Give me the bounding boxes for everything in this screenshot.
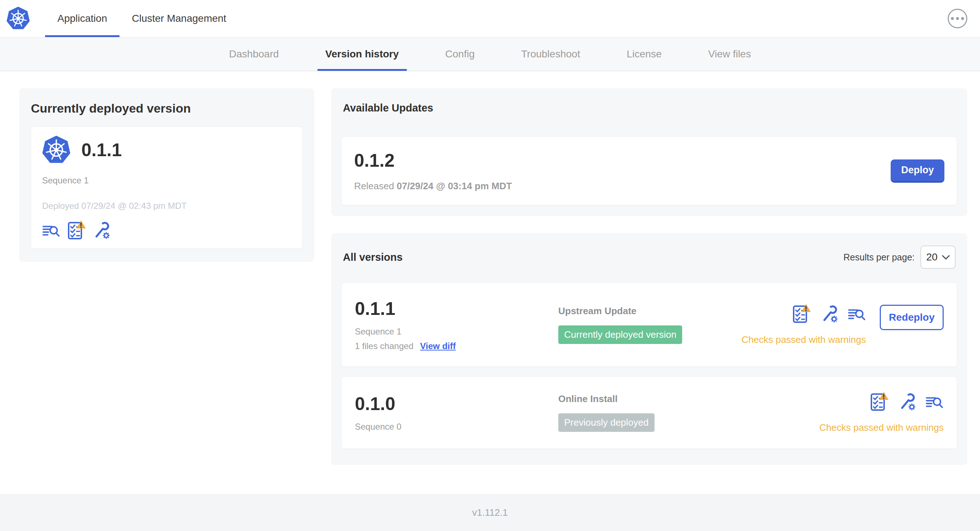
preflight-checks-button[interactable] [792,304,811,324]
results-per-page-label: Results per page: [843,252,915,262]
config-icon [820,304,838,323]
available-updates-card: Available Updates 0.1.2 Released 07/29/2… [331,88,967,216]
diff-icon [926,396,944,411]
current-version-number: 0.1.1 [81,140,122,161]
view-deploy-logs-button[interactable] [42,224,60,240]
chevron-down-icon [942,255,950,260]
redeploy-button[interactable]: Redeploy [880,305,944,330]
preflight-checks-warning-icon [870,392,888,411]
deployment-status-badge: Currently deployed version [558,326,682,344]
tab-cluster-management[interactable]: Cluster Management [119,0,239,37]
preflight-checks-button[interactable] [67,221,86,240]
diff-icon [42,224,60,239]
results-per-page-select[interactable]: 20 [920,245,956,269]
available-updates-title: Available Updates [343,102,957,114]
deploy-button[interactable]: Deploy [891,159,944,183]
tab-application[interactable]: Application [45,0,119,37]
row-source-label: Online Install [558,393,819,405]
app-page: Application Cluster Management Dashboard… [0,0,980,531]
tab-license[interactable]: License [619,37,670,71]
all-versions-title: All versions [343,251,402,263]
diff-icon [848,308,866,323]
tab-config[interactable]: Config [438,37,483,71]
more-options-button[interactable] [948,9,967,28]
row-version-number: 0.1.0 [355,393,558,414]
tab-version-history[interactable]: Version history [317,37,407,71]
versions-column: Available Updates 0.1.2 Released 07/29/2… [331,88,967,465]
main-content: Currently deployed version [0,71,980,494]
row-version-number: 0.1.1 [355,298,558,319]
app-subnav: Dashboard Version history Config Trouble… [0,37,980,71]
ellipsis-icon [951,17,954,20]
row-source-label: Upstream Update [558,305,742,317]
edit-config-button[interactable] [820,304,838,324]
checks-status-text: Checks passed with warnings [819,422,944,433]
currently-deployed-card: Currently deployed version [19,88,314,262]
view-deploy-logs-button[interactable] [848,308,866,324]
view-diff-link[interactable]: View diff [420,341,455,351]
preflight-checks-warning-icon [67,221,86,239]
checks-status-text: Checks passed with warnings [742,334,866,345]
row-sequence: Sequence 0 [355,422,558,432]
app-footer: v1.112.1 [0,494,980,531]
current-version-sequence: Sequence 1 [42,175,291,186]
row-sequence: Sequence 1 [355,326,558,337]
currently-deployed-title: Currently deployed version [31,101,302,116]
top-tabs: Application Cluster Management [45,0,239,37]
tab-dashboard[interactable]: Dashboard [221,37,287,71]
current-version-deployed-date: Deployed 07/29/24 @ 02:43 pm MDT [42,201,291,211]
kubernetes-logo [6,0,30,37]
kubernetes-logo-icon [6,6,30,30]
console-version: v1.112.1 [472,507,508,518]
update-version-number: 0.1.2 [354,150,891,171]
edit-config-button[interactable] [92,221,110,240]
current-version-column: Currently deployed version [19,88,314,262]
app-icon [42,135,70,165]
update-released-date: Released 07/29/24 @ 03:14 pm MDT [354,181,891,192]
tab-view-files[interactable]: View files [700,37,759,71]
top-navigation-bar: Application Cluster Management [0,0,980,37]
preflight-checks-warning-icon [792,304,811,323]
config-icon [898,392,916,411]
version-row: 0.1.1 Sequence 1 1 files changedView dif… [341,283,957,367]
current-version-details: 0.1.1 Sequence 1 Deployed 07/29/24 @ 02:… [31,126,302,249]
preflight-checks-button[interactable] [870,392,888,412]
tab-troubleshoot[interactable]: Troubleshoot [513,37,588,71]
view-deploy-logs-button[interactable] [926,396,944,412]
edit-config-button[interactable] [898,392,916,412]
available-update-row: 0.1.2 Released 07/29/24 @ 03:14 pm MDT D… [341,137,957,205]
config-icon [92,221,110,239]
all-versions-card: All versions Results per page: 20 [331,233,967,465]
version-row: 0.1.0 Sequence 0 Online Install Previous… [341,376,957,449]
deployment-status-badge: Previously deployed [558,413,655,432]
row-files-changed: 1 files changedView diff [355,341,558,351]
